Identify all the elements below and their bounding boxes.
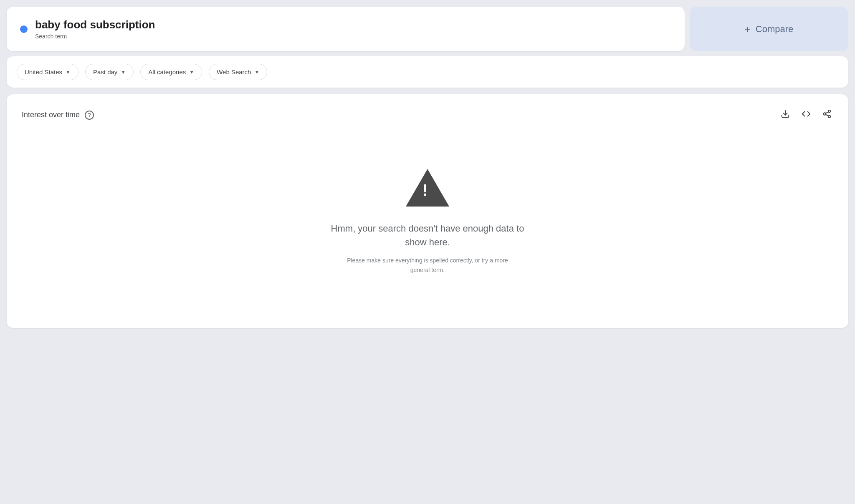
card-actions: [779, 108, 833, 122]
card-title-row: Interest over time ?: [22, 111, 94, 120]
search-term-card: baby food subscription Search term: [7, 7, 685, 51]
category-filter[interactable]: All categories ▼: [140, 64, 202, 80]
card-title: Interest over time: [22, 111, 80, 119]
help-icon[interactable]: ?: [85, 111, 94, 120]
download-icon[interactable]: [779, 108, 792, 122]
svg-line-5: [826, 112, 828, 113]
empty-state-title: Hmm, your search doesn't have enough dat…: [327, 222, 528, 249]
search-term-dot: [20, 25, 28, 33]
share-icon[interactable]: [821, 108, 833, 122]
search-type-filter-label: Web Search: [217, 68, 251, 76]
warning-triangle-icon: [406, 169, 449, 207]
compare-card[interactable]: + Compare: [690, 7, 848, 51]
interest-over-time-card: Interest over time ?: [7, 94, 848, 328]
category-filter-arrow: ▼: [189, 69, 194, 75]
embed-icon[interactable]: [800, 108, 812, 122]
region-filter-label: United States: [25, 68, 62, 76]
svg-line-4: [826, 115, 828, 116]
region-filter-arrow: ▼: [66, 69, 71, 75]
filters-row: United States ▼ Past day ▼ All categorie…: [7, 56, 848, 88]
time-filter-label: Past day: [93, 68, 117, 76]
empty-state-subtitle: Please make sure everything is spelled c…: [340, 256, 515, 275]
search-type-filter-arrow: ▼: [254, 69, 259, 75]
compare-label: Compare: [756, 24, 793, 35]
search-term-sublabel: Search term: [35, 33, 155, 40]
compare-plus-icon: +: [745, 23, 751, 35]
category-filter-label: All categories: [148, 68, 186, 76]
card-header: Interest over time ?: [22, 108, 833, 122]
search-term-label: baby food subscription: [35, 18, 155, 31]
time-filter-arrow: ▼: [121, 69, 126, 75]
search-term-text: baby food subscription Search term: [35, 18, 155, 40]
search-type-filter[interactable]: Web Search ▼: [209, 64, 267, 80]
time-filter[interactable]: Past day ▼: [85, 64, 134, 80]
empty-state: Hmm, your search doesn't have enough dat…: [22, 136, 833, 300]
region-filter[interactable]: United States ▼: [17, 64, 78, 80]
